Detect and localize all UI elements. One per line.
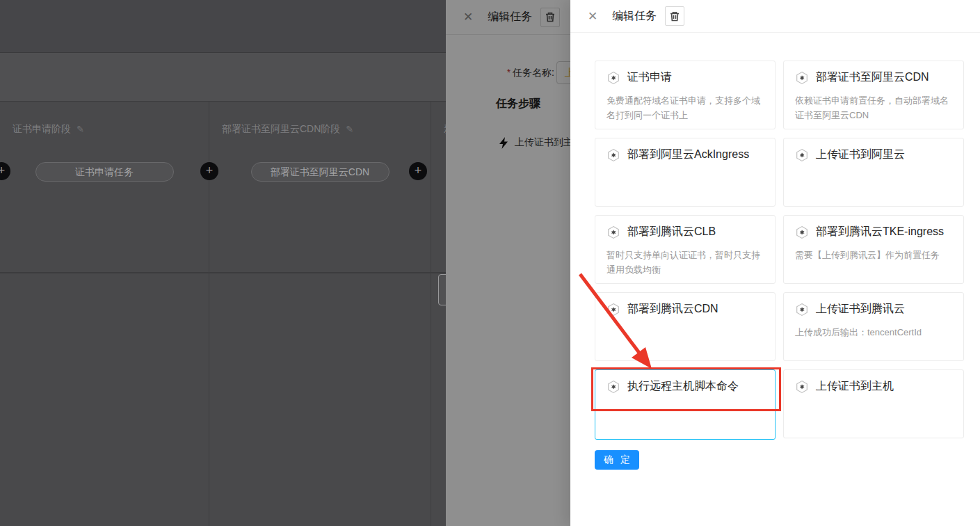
hexagon-plugin-icon <box>795 225 809 239</box>
lightning-bolt-icon <box>499 137 508 149</box>
app-screen: 证书申请阶段 ✎ 证书申请任务 部署证书至阿里云CDN阶段 ✎ 部署证书至阿里云… <box>0 0 980 526</box>
hexagon-plugin-icon <box>795 148 809 162</box>
hexagon-plugin-icon <box>607 303 620 317</box>
plugin-card-selected[interactable]: 执行远程主机脚本命令 <box>595 369 776 440</box>
close-icon[interactable]: ✕ <box>588 10 597 22</box>
plugin-name: 上传证书到阿里云 <box>816 148 905 162</box>
plugin-name: 执行远程主机脚本命令 <box>627 379 739 394</box>
trash-icon <box>670 11 680 22</box>
task-pill[interactable]: 部署证书至阿里云CDN <box>251 162 389 182</box>
plugin-card[interactable]: 部署到腾讯云CLB 暂时只支持单向认证证书，暂时只支持通用负载均衡 <box>595 215 776 284</box>
add-task-button[interactable]: + <box>409 162 427 180</box>
stage-title-text: 证书申请阶段 <box>13 123 71 134</box>
task-pill[interactable]: 证书申请任务 <box>35 162 174 182</box>
plugin-description: 依赖证书申请前置任务，自动部署域名证书至阿里云CDN <box>795 93 952 122</box>
stage-column: 证书申请阶段 ✎ 证书申请任务 <box>0 102 209 526</box>
plugin-description: 上传成功后输出：tencentCertId <box>795 325 952 340</box>
plugin-name: 部署到腾讯云TKE-ingress <box>816 225 944 239</box>
drawer-title: 编辑任务 <box>488 10 532 24</box>
task-name-label: *任务名称: <box>446 67 554 79</box>
delete-task-button[interactable] <box>540 8 560 27</box>
plugin-card[interactable]: 部署到腾讯云TKE-ingress 需要【上传到腾讯云】作为前置任务 <box>783 215 964 284</box>
required-asterisk: * <box>507 67 511 78</box>
plugin-name: 部署到阿里云AckIngress <box>627 148 749 162</box>
plugin-name: 部署到腾讯云CDN <box>627 302 718 317</box>
add-task-button[interactable]: + <box>200 162 218 180</box>
delete-task-button[interactable] <box>665 6 684 26</box>
hexagon-plugin-icon <box>607 225 620 239</box>
plugin-card[interactable]: 证书申请 免费通配符域名证书申请，支持多个域名打到同一个证书上 <box>595 61 776 129</box>
plugin-card[interactable]: 上传证书到主机 <box>783 369 964 438</box>
plugin-name: 证书申请 <box>627 70 672 85</box>
plugin-card[interactable]: 部署到阿里云AckIngress <box>595 138 776 207</box>
hexagon-plugin-icon <box>607 148 620 162</box>
trash-icon <box>545 12 555 22</box>
drawer-title: 编辑任务 <box>612 9 657 24</box>
plugin-description: 暂时只支持单向认证证书，暂时只支持通用负载均衡 <box>607 248 764 277</box>
plugin-card[interactable]: 部署证书至阿里云CDN 依赖证书申请前置任务，自动部署域名证书至阿里云CDN <box>783 61 964 129</box>
plugin-card[interactable]: 上传证书到腾讯云 上传成功后输出：tencentCertId <box>783 292 964 361</box>
plugin-name: 部署证书至阿里云CDN <box>816 70 929 85</box>
pencil-edit-icon[interactable]: ✎ <box>346 124 353 134</box>
hexagon-plugin-icon <box>795 71 809 85</box>
plugin-card[interactable]: 上传证书到阿里云 <box>783 138 964 207</box>
drawer-header: ✕ 编辑任务 <box>570 0 980 33</box>
hexagon-plugin-icon <box>795 303 809 317</box>
hexagon-plugin-icon <box>795 380 809 394</box>
stage-title[interactable]: 证书申请阶段 ✎ <box>13 123 84 136</box>
plugin-card[interactable]: 部署到腾讯云CDN <box>595 292 776 361</box>
plugin-name: 上传证书到腾讯云 <box>816 302 905 317</box>
plugin-description: 免费通配符域名证书申请，支持多个域名打到同一个证书上 <box>607 93 764 122</box>
stage-title-text: 部署证书至阿里云CDN阶段 <box>222 123 340 134</box>
task-steps-heading: 任务步骤 <box>496 97 540 111</box>
plugin-description: 需要【上传到腾讯云】作为前置任务 <box>795 248 952 262</box>
confirm-button[interactable]: 确 定 <box>595 450 639 470</box>
plugin-name: 部署到腾讯云CLB <box>627 225 716 239</box>
plugin-name: 上传证书到主机 <box>816 379 894 394</box>
stage-column: 部署证书至阿里云CDN阶段 ✎ 部署证书至阿里云CDN <box>209 102 431 526</box>
hexagon-plugin-icon <box>607 380 620 394</box>
edit-task-drawer-active: ✕ 编辑任务 证书申请 免费通配符域名证书申请，支持多个域名打到同一个证书上 部… <box>570 0 980 526</box>
plugin-grid: 证书申请 免费通配符域名证书申请，支持多个域名打到同一个证书上 部署证书至阿里云… <box>595 61 964 438</box>
pencil-edit-icon[interactable]: ✎ <box>77 124 84 134</box>
close-icon[interactable]: ✕ <box>463 11 473 23</box>
hexagon-plugin-icon <box>607 71 620 85</box>
stage-title[interactable]: 部署证书至阿里云CDN阶段 ✎ <box>222 123 353 136</box>
